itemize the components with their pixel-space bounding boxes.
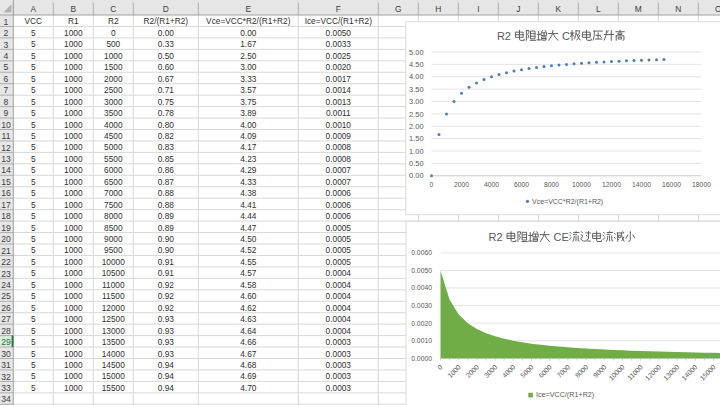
svg-text:1000: 1000 (64, 326, 83, 336)
svg-text:0.0004: 0.0004 (326, 280, 352, 290)
svg-text:4000: 4000 (484, 181, 499, 188)
svg-text:0.0006: 0.0006 (326, 188, 352, 198)
svg-text:14000: 14000 (102, 349, 125, 359)
svg-text:Vce=VCC*R2/(R1+R2): Vce=VCC*R2/(R1+R2) (532, 198, 603, 206)
svg-text:7: 7 (4, 85, 9, 95)
svg-text:15: 15 (1, 177, 11, 187)
svg-text:1000: 1000 (64, 39, 83, 49)
svg-text:0: 0 (430, 181, 434, 188)
svg-text:0.75: 0.75 (158, 97, 175, 107)
svg-text:1000: 1000 (64, 245, 83, 255)
svg-text:0.00: 0.00 (409, 171, 423, 180)
svg-text:F: F (336, 4, 341, 14)
svg-text:21: 21 (1, 246, 11, 256)
svg-text:0.90: 0.90 (158, 245, 175, 255)
svg-text:5: 5 (31, 28, 36, 38)
svg-text:0.0017: 0.0017 (326, 74, 352, 84)
svg-text:0.0010: 0.0010 (411, 337, 432, 344)
svg-text:1000: 1000 (64, 28, 83, 38)
svg-text:4.23: 4.23 (240, 154, 257, 164)
svg-text:500: 500 (106, 39, 120, 49)
svg-text:1000: 1000 (64, 383, 83, 393)
svg-text:12: 12 (1, 143, 11, 153)
svg-text:5: 5 (31, 177, 36, 187)
svg-text:0.50: 0.50 (158, 51, 175, 61)
svg-text:5: 5 (31, 291, 36, 301)
svg-text:R2/(R1+R2): R2/(R1+R2) (144, 16, 189, 26)
svg-text:9500: 9500 (104, 245, 123, 255)
svg-text:I: I (477, 4, 479, 14)
svg-text:0.93: 0.93 (158, 326, 175, 336)
svg-text:0.0050: 0.0050 (411, 267, 432, 274)
svg-text:5: 5 (31, 142, 36, 152)
svg-text:5: 5 (31, 74, 36, 84)
svg-text:R1: R1 (68, 16, 79, 26)
svg-text:2.50: 2.50 (409, 110, 423, 119)
svg-text:5: 5 (31, 371, 36, 381)
svg-text:8000: 8000 (104, 211, 123, 221)
svg-text:5: 5 (31, 234, 36, 244)
svg-text:B: B (71, 4, 77, 14)
svg-text:1000: 1000 (64, 337, 83, 347)
svg-text:A: A (31, 4, 37, 14)
svg-text:0.82: 0.82 (158, 131, 175, 141)
svg-text:0.0009: 0.0009 (326, 131, 352, 141)
svg-text:0.0004: 0.0004 (326, 303, 352, 313)
svg-text:0.0008: 0.0008 (326, 142, 352, 152)
svg-text:5: 5 (31, 97, 36, 107)
svg-text:5: 5 (31, 154, 36, 164)
svg-text:23: 23 (1, 269, 11, 279)
svg-text:4.17: 4.17 (240, 142, 257, 152)
svg-text:27: 27 (1, 314, 11, 324)
svg-text:15000: 15000 (102, 371, 125, 381)
svg-text:3.57: 3.57 (240, 85, 257, 95)
svg-text:4.57: 4.57 (240, 268, 257, 278)
svg-text:0.78: 0.78 (158, 108, 175, 118)
svg-text:1000: 1000 (64, 211, 83, 221)
svg-text:6: 6 (4, 74, 9, 84)
svg-text:14: 14 (1, 165, 11, 175)
svg-text:0.0004: 0.0004 (326, 314, 352, 324)
svg-text:4000: 4000 (104, 120, 123, 130)
svg-text:0.0004: 0.0004 (326, 326, 352, 336)
svg-text:1000: 1000 (64, 223, 83, 233)
svg-text:0.0006: 0.0006 (326, 200, 352, 210)
svg-text:4.47: 4.47 (240, 223, 257, 233)
svg-text:1000: 1000 (64, 371, 83, 381)
svg-text:11000: 11000 (102, 280, 125, 290)
svg-text:1000: 1000 (64, 234, 83, 244)
svg-text:1000: 1000 (64, 120, 83, 130)
svg-text:0.00: 0.00 (158, 28, 175, 38)
svg-text:2500: 2500 (104, 85, 123, 95)
svg-text:0.91: 0.91 (158, 268, 175, 278)
svg-text:26: 26 (1, 303, 11, 313)
svg-text:6500: 6500 (104, 177, 123, 187)
svg-text:1000: 1000 (64, 85, 83, 95)
svg-text:4.67: 4.67 (240, 349, 257, 359)
svg-text:0.0040: 0.0040 (411, 284, 432, 291)
svg-text:1.67: 1.67 (240, 39, 257, 49)
svg-text:0.0025: 0.0025 (326, 51, 352, 61)
svg-text:0.89: 0.89 (158, 211, 175, 221)
svg-text:0.0008: 0.0008 (326, 154, 352, 164)
svg-text:Ice=VCC/(R1+R2): Ice=VCC/(R1+R2) (536, 390, 594, 399)
svg-text:0.0011: 0.0011 (326, 108, 351, 118)
svg-text:CE: CE (554, 231, 569, 243)
svg-text:0.0014: 0.0014 (326, 85, 352, 95)
svg-text:5: 5 (31, 383, 36, 393)
svg-text:0.0020: 0.0020 (411, 320, 432, 327)
svg-text:0.0003: 0.0003 (326, 349, 352, 359)
svg-text:5500: 5500 (104, 154, 123, 164)
svg-text:0.94: 0.94 (158, 371, 175, 381)
svg-text:4.55: 4.55 (240, 257, 257, 267)
svg-text:L: L (596, 4, 601, 14)
svg-text:0.60: 0.60 (158, 62, 175, 72)
svg-text:5: 5 (31, 223, 36, 233)
svg-text:0.93: 0.93 (158, 349, 175, 359)
svg-text:0.0005: 0.0005 (326, 245, 352, 255)
svg-text:H: H (435, 4, 441, 14)
svg-text:0.85: 0.85 (158, 154, 175, 164)
svg-text:0.87: 0.87 (158, 177, 175, 187)
svg-text:R2: R2 (108, 16, 119, 26)
svg-text:5: 5 (31, 188, 36, 198)
